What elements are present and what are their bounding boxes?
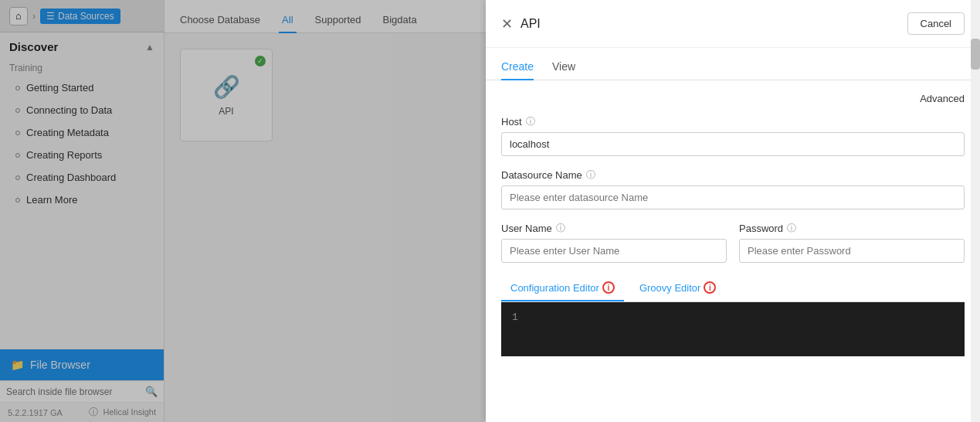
scrollbar-track[interactable]	[971, 0, 980, 422]
panel-title-row: ✕ API	[501, 15, 541, 32]
datasource-name-field-group: Datasource Name ⓘ	[501, 168, 965, 209]
panel-body: Advanced Host ⓘ Datasource Name ⓘ User N…	[486, 80, 980, 422]
datasource-name-label: Datasource Name ⓘ	[501, 168, 965, 182]
api-panel: ✕ API Cancel Create View Advanced Host ⓘ…	[486, 0, 980, 422]
tab-config-editor[interactable]: Configuration Editor i	[501, 275, 624, 301]
line-number: 1	[512, 311, 518, 323]
datasource-name-input[interactable]	[501, 185, 965, 209]
config-editor-info-icon[interactable]: i	[602, 281, 615, 294]
host-label: Host ⓘ	[501, 115, 965, 128]
username-info-icon[interactable]: ⓘ	[556, 222, 565, 235]
groovy-editor-info-icon[interactable]: i	[704, 281, 716, 294]
host-info-icon[interactable]: ⓘ	[526, 115, 535, 128]
advanced-link[interactable]: Advanced	[501, 93, 965, 104]
username-input[interactable]	[501, 239, 727, 263]
password-field-group: Password ⓘ	[739, 222, 965, 263]
panel-header: ✕ API Cancel	[486, 0, 980, 48]
username-password-row: User Name ⓘ Password ⓘ	[501, 222, 965, 263]
editor-tabs: Configuration Editor i Groovy Editor i	[501, 275, 965, 302]
password-info-icon[interactable]: ⓘ	[787, 222, 796, 235]
code-editor[interactable]: 1	[501, 302, 965, 356]
close-button[interactable]: ✕	[501, 15, 513, 32]
scrollbar-thumb[interactable]	[971, 39, 980, 70]
password-label: Password ⓘ	[739, 222, 965, 235]
panel-tabs: Create View	[486, 48, 980, 80]
cancel-button[interactable]: Cancel	[907, 12, 965, 35]
tab-create[interactable]: Create	[501, 54, 534, 80]
tab-groovy-editor[interactable]: Groovy Editor i	[630, 275, 725, 301]
password-input[interactable]	[739, 239, 965, 263]
username-label: User Name ⓘ	[501, 222, 727, 235]
datasource-name-info-icon[interactable]: ⓘ	[586, 168, 595, 182]
username-field-group: User Name ⓘ	[501, 222, 727, 263]
host-input[interactable]	[501, 132, 965, 156]
tab-view[interactable]: View	[552, 54, 575, 80]
panel-title: API	[521, 17, 541, 31]
host-field-group: Host ⓘ	[501, 115, 965, 156]
